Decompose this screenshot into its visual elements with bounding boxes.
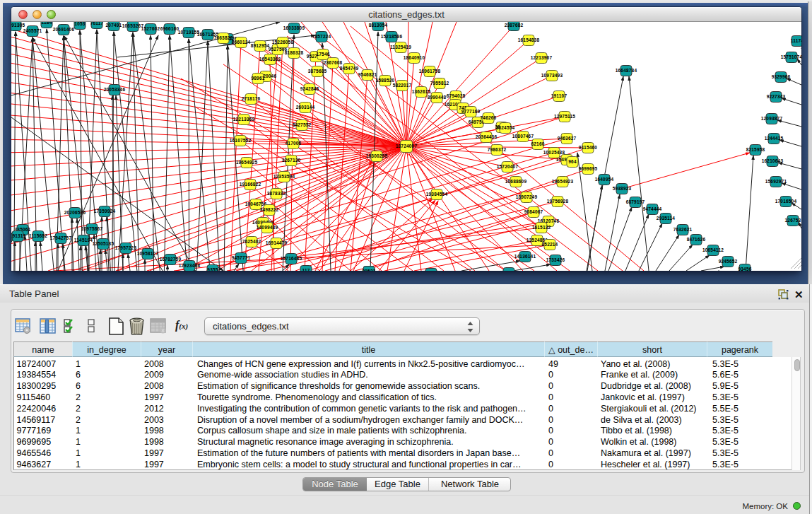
svg-text:12093877: 12093877 (761, 116, 783, 121)
svg-text:20531: 20531 (362, 269, 375, 271)
svg-text:126753: 126753 (785, 218, 801, 223)
svg-text:8215958: 8215958 (746, 147, 765, 152)
svg-text:16033809: 16033809 (283, 25, 305, 30)
svg-text:1145194: 1145194 (74, 238, 93, 243)
svg-text:9777169: 9777169 (461, 109, 481, 114)
svg-text:8660124: 8660124 (232, 40, 251, 45)
svg-text:15720407: 15720407 (497, 164, 519, 169)
svg-text:16210643: 16210643 (762, 158, 784, 163)
svg-text:9474444: 9474444 (643, 206, 662, 211)
svg-text:252214: 252214 (542, 242, 558, 247)
svg-text:2405571: 2405571 (23, 28, 42, 33)
svg-text:17016504: 17016504 (775, 199, 797, 204)
svg-text:12505135: 12505135 (93, 241, 114, 246)
svg-text:12353594: 12353594 (273, 174, 295, 179)
svg-text:1733426: 1733426 (546, 257, 565, 262)
svg-text:14099489: 14099489 (257, 225, 278, 230)
svg-text:14136141: 14136141 (514, 254, 536, 259)
svg-text:964: 964 (568, 159, 577, 164)
svg-text:9115460: 9115460 (579, 145, 598, 150)
svg-text:3624554: 3624554 (496, 125, 515, 130)
svg-text:6966160: 6966160 (160, 26, 180, 31)
svg-text:8813054: 8813054 (369, 23, 388, 28)
svg-text:10688609: 10688609 (505, 179, 527, 184)
svg-text:76117: 76117 (90, 22, 104, 25)
svg-text:1527602: 1527602 (141, 26, 160, 31)
svg-text:10807467: 10807467 (512, 134, 534, 139)
svg-text:16107552: 16107552 (230, 138, 252, 143)
svg-text:8912954: 8912954 (251, 43, 270, 48)
svg-text:8427552: 8427552 (293, 122, 312, 127)
svg-text:2603144: 2603144 (296, 105, 315, 110)
svg-text:62160: 62160 (531, 141, 544, 146)
svg-text:2935114: 2935114 (657, 216, 676, 221)
svg-text:2718176: 2718176 (242, 96, 261, 101)
svg-text:10046756: 10046756 (245, 201, 267, 206)
svg-text:19654925: 19654925 (236, 160, 258, 165)
svg-text:9457771: 9457771 (232, 255, 251, 260)
svg-text:93456: 93456 (738, 267, 751, 271)
svg-text:1362615: 1362615 (412, 89, 431, 94)
svg-text:9355: 9355 (207, 267, 218, 271)
svg-text:11325419: 11325419 (390, 45, 411, 49)
svg-text:20364436: 20364436 (476, 134, 498, 139)
svg-text:9242848: 9242848 (300, 86, 319, 91)
svg-text:7632621: 7632621 (673, 227, 693, 232)
svg-text:17957223: 17957223 (115, 245, 137, 250)
svg-text:1640954: 1640954 (595, 177, 614, 182)
svg-text:63023: 63023 (502, 270, 515, 271)
svg-text:98961: 98961 (251, 76, 264, 81)
svg-text:18907249: 18907249 (516, 194, 538, 199)
svg-text:17546: 17546 (316, 52, 329, 57)
svg-text:15692971: 15692971 (765, 179, 787, 184)
svg-text:12213369: 12213369 (233, 117, 255, 122)
svg-text:7663822: 7663822 (214, 35, 233, 40)
svg-text:16543362: 16543362 (259, 57, 281, 62)
svg-text:11174: 11174 (791, 38, 801, 43)
svg-text:16154838: 16154838 (518, 37, 540, 42)
svg-text:191107: 191107 (551, 93, 567, 98)
svg-text:15218586: 15218586 (381, 34, 403, 39)
svg-text:1184: 1184 (42, 22, 52, 25)
svg-text:8471626: 8471626 (687, 237, 706, 242)
svg-text:9699695: 9699695 (579, 166, 598, 171)
svg-text:2387682: 2387682 (505, 23, 524, 28)
svg-text:8186328: 8186328 (285, 50, 304, 55)
svg-text:16648784: 16648784 (616, 68, 637, 73)
svg-text:991319: 991319 (11, 233, 26, 238)
svg-text:19166822: 19166822 (240, 182, 261, 187)
svg-text:16961758: 16961758 (419, 69, 441, 74)
svg-text:12923468: 12923468 (179, 263, 201, 268)
svg-text:1115682: 1115682 (29, 233, 47, 238)
svg-text:3875685: 3875685 (308, 69, 327, 74)
svg-text:10025438: 10025438 (543, 150, 565, 155)
svg-text:10654112: 10654112 (702, 247, 724, 252)
svg-text:17359924: 17359924 (94, 209, 116, 214)
svg-text:16782759: 16782759 (160, 257, 182, 262)
svg-text:7625402: 7625402 (242, 239, 261, 244)
svg-text:1053: 1053 (74, 22, 85, 26)
svg-text:3267130: 3267130 (282, 158, 301, 163)
svg-text:1615132: 1615132 (532, 225, 551, 230)
svg-text:7986372: 7986372 (488, 147, 507, 152)
svg-text:207491: 207491 (106, 23, 122, 28)
svg-text:10973493: 10973493 (541, 73, 563, 78)
svg-text:2367608: 2367608 (324, 60, 343, 65)
svg-text:20053346: 20053346 (104, 87, 126, 92)
svg-text:5938923: 5938923 (613, 186, 632, 191)
svg-text:9227343: 9227343 (767, 94, 786, 99)
svg-text:746266: 746266 (481, 115, 497, 120)
svg-text:3878332: 3878332 (267, 191, 286, 196)
svg-text:9084067: 9084067 (524, 209, 543, 214)
svg-text:19654923: 19654923 (552, 179, 574, 184)
svg-text:7955812: 7955812 (430, 81, 449, 86)
svg-text:17942757: 17942757 (50, 235, 72, 240)
svg-text:9546821: 9546821 (358, 72, 377, 77)
svg-text:20206576: 20206576 (64, 210, 86, 215)
svg-text:12213967: 12213967 (531, 55, 553, 60)
svg-text:9991305: 9991305 (11, 23, 25, 28)
svg-text:9245652: 9245652 (719, 259, 738, 264)
svg-text:417006: 417006 (286, 141, 302, 146)
svg-text:1588520: 1588520 (376, 78, 395, 83)
svg-text:15716485: 15716485 (281, 256, 302, 261)
